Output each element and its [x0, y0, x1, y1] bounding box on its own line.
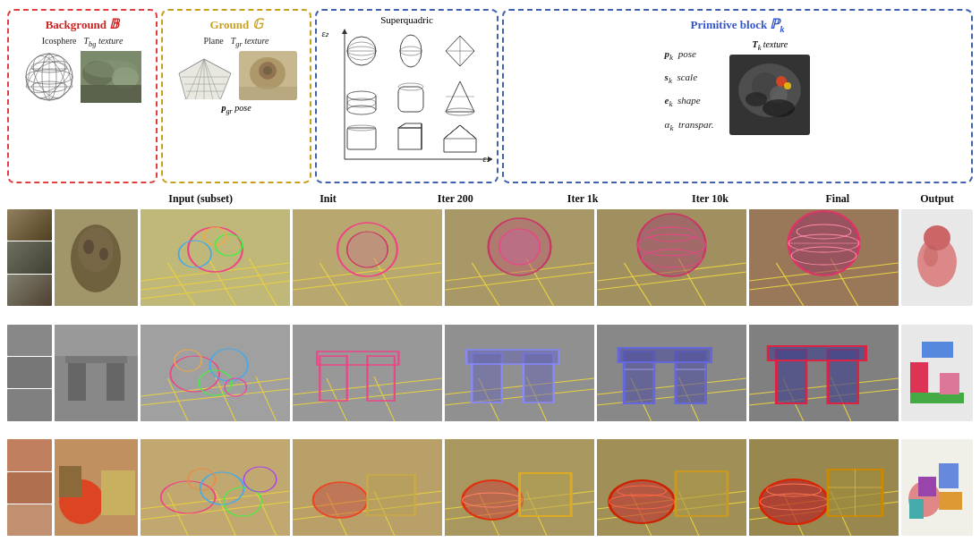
row1-iter10k: [597, 209, 746, 306]
svg-point-87: [78, 227, 114, 272]
primitive-texture-area: Tk texture: [729, 39, 810, 135]
row2-thumb2: [7, 357, 52, 388]
svg-point-226: [609, 480, 675, 523]
svg-rect-245: [909, 499, 924, 519]
svg-rect-194: [59, 466, 81, 497]
svg-point-59: [347, 98, 376, 107]
background-sublabels: Icosphere Tbg texture: [42, 36, 124, 48]
pgr-label: pgr pose: [221, 103, 251, 115]
svg-point-235: [760, 479, 828, 524]
row2-thumb3: [7, 389, 52, 420]
row2-output-svg: [906, 337, 968, 409]
primitive-texture-img: [729, 55, 810, 135]
plane-svg: [175, 53, 234, 99]
svg-rect-23: [81, 85, 141, 103]
svg-rect-187: [922, 342, 953, 358]
row1-iter1k: [445, 209, 594, 306]
row1-output-svg: [913, 224, 962, 292]
ground-title: Ground 𝔾: [209, 16, 262, 32]
row3-thumb1: [7, 439, 52, 470]
svg-rect-168: [466, 350, 558, 364]
row3-final: [749, 439, 899, 536]
svg-rect-141: [55, 325, 138, 356]
row3-iter10k: [597, 439, 746, 536]
row3-iter200: [293, 439, 442, 536]
row3-iter1k-svg: [445, 439, 594, 536]
svg-line-76: [460, 125, 476, 139]
row1-final-svg: [749, 209, 899, 306]
svg-rect-195: [141, 439, 290, 536]
row-2: [7, 325, 973, 437]
ground-texture: [239, 51, 297, 100]
bottom-section: Input (subset) Init Iter 200 Iter 1k Ite…: [7, 192, 973, 552]
svg-rect-67: [398, 128, 422, 149]
svg-rect-176: [618, 348, 711, 362]
row3-iter10k-svg: [597, 439, 746, 536]
row2-iter200: [293, 325, 442, 421]
header-final: Final: [774, 192, 901, 206]
row3-input-svg: [55, 439, 138, 536]
row2-final-svg: [749, 325, 899, 421]
row3-iter1k: [445, 439, 594, 536]
row3-thumb3: [7, 504, 52, 536]
superquadric-grid-area: ε₂ ε₁: [322, 27, 492, 165]
row-1: [7, 209, 973, 322]
icosphere-svg: [23, 51, 75, 103]
row1-iter200: [293, 209, 442, 306]
primitive-texture-svg: [729, 55, 810, 135]
svg-point-88: [83, 240, 94, 254]
svg-rect-243: [918, 477, 936, 496]
svg-rect-244: [939, 492, 962, 510]
background-texture: [81, 51, 141, 103]
header-output: Output: [901, 192, 973, 206]
svg-point-83: [746, 92, 767, 106]
row1-init-grid: [141, 209, 290, 306]
header-init: Init: [264, 192, 391, 206]
row2-input-thumbs: [7, 325, 52, 421]
svg-rect-40: [239, 87, 297, 100]
row3-thumb2: [7, 472, 52, 504]
background-title: Background 𝔹: [46, 16, 120, 32]
svg-marker-25: [179, 59, 231, 99]
svg-point-218: [463, 480, 523, 520]
primitive-box: Primitive block ℙk pk pose sk scale ek s…: [502, 9, 973, 183]
svg-line-71: [398, 123, 405, 128]
superquadric-box: Superquadric ε₂ ε₁: [315, 9, 499, 183]
row1-input-svg: [55, 209, 138, 306]
svg-rect-186: [768, 346, 865, 360]
row2-iter1k: [445, 325, 594, 421]
svg-rect-142: [141, 325, 290, 421]
svg-rect-193: [101, 470, 135, 515]
row3-init: [141, 439, 290, 536]
row2-final: [749, 325, 899, 421]
row3-final-svg: [749, 439, 899, 536]
svg-rect-212: [368, 475, 415, 515]
row3-init-svg: [141, 439, 290, 536]
svg-point-24: [84, 60, 138, 78]
row2-init-svg: [141, 325, 290, 421]
svg-point-136: [924, 245, 938, 267]
ground-texture-svg: [239, 51, 297, 100]
top-section: Background 𝔹 Icosphere Tbg texture: [7, 9, 973, 183]
row1-input-thumbs: [7, 209, 52, 306]
svg-marker-74: [444, 125, 476, 139]
svg-line-12: [59, 87, 72, 98]
row1-input-main: [55, 209, 138, 306]
row2-input-svg: [55, 325, 138, 421]
sq-shapes-svg: [342, 31, 490, 157]
svg-point-120: [638, 214, 706, 276]
svg-point-84: [763, 99, 795, 117]
row2-thumb1: [7, 325, 52, 356]
row1-init: [141, 209, 290, 306]
row2-iter10k-svg: [597, 325, 746, 421]
row-3: [7, 439, 973, 552]
row3-input-thumbs: [7, 439, 52, 536]
param-scale: sk scale: [665, 72, 714, 85]
svg-rect-190: [940, 373, 959, 394]
row1-thumb2: [7, 241, 52, 273]
bg-texture-detail: [81, 51, 141, 103]
tgr-label: Tgr texture: [231, 36, 269, 48]
svg-point-114: [499, 229, 541, 265]
image-rows: [7, 209, 973, 552]
superquadric-title: Superquadric: [380, 14, 433, 25]
